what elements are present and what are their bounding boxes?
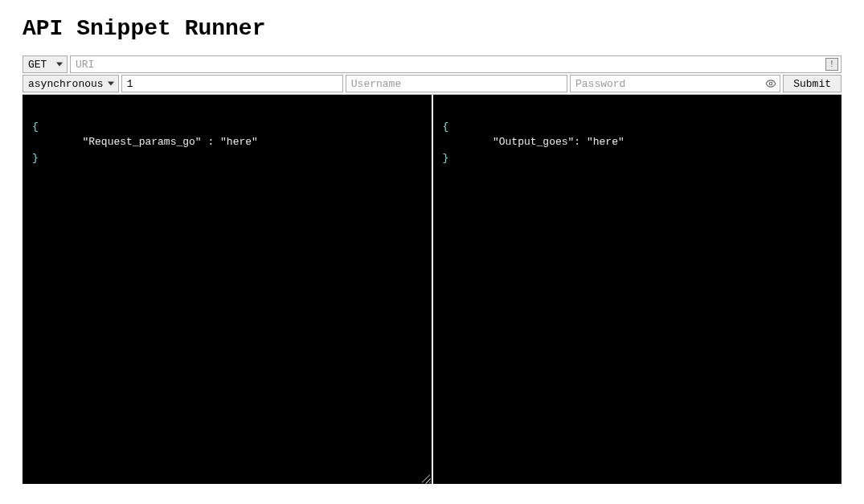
json-value: "here" — [220, 136, 258, 148]
brace-open: { — [32, 121, 39, 133]
options-row: asynchronous Submit — [23, 75, 841, 92]
chevron-down-icon — [56, 63, 63, 67]
chevron-down-icon — [108, 82, 114, 86]
http-method-select[interactable]: GET — [23, 55, 68, 73]
uri-row: GET ! — [23, 55, 841, 73]
json-key: "Request_params_go" — [82, 136, 201, 148]
brace-open: { — [443, 121, 449, 133]
count-input[interactable] — [121, 75, 343, 92]
uri-input[interactable] — [70, 55, 841, 73]
mode-value: asynchronous — [28, 78, 104, 90]
submit-button[interactable]: Submit — [783, 75, 841, 92]
request-body-editor[interactable]: { "Request_params_go" : "here" } — [23, 95, 433, 484]
response-body-viewer: { "Output_goes": "here" } — [433, 95, 842, 484]
mode-select[interactable]: asynchronous — [23, 75, 119, 92]
password-input[interactable] — [570, 75, 780, 92]
page-title: API Snippet Runner — [23, 16, 841, 41]
code-panels: { "Request_params_go" : "here" } { "Outp… — [23, 94, 841, 484]
http-method-value: GET — [28, 59, 47, 71]
username-input[interactable] — [346, 75, 567, 92]
json-value: "here" — [587, 136, 624, 148]
json-key: "Output_goes" — [493, 136, 574, 148]
alert-icon: ! — [825, 58, 838, 71]
brace-close: } — [443, 152, 449, 164]
resize-handle-icon — [419, 471, 430, 482]
brace-close: } — [32, 152, 39, 164]
